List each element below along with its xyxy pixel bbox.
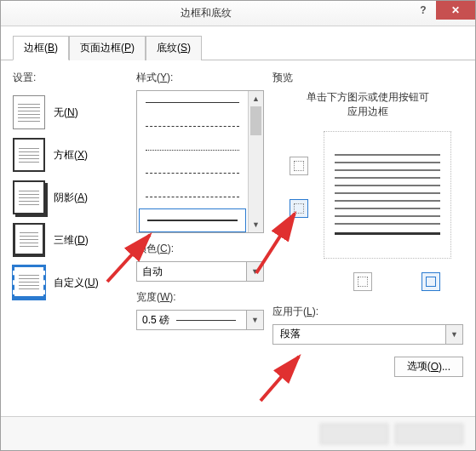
- scroll-up-icon[interactable]: ▲: [249, 91, 263, 106]
- window-title: 边框和底纹: [1, 6, 410, 20]
- preview-document[interactable]: [324, 131, 451, 259]
- width-combo[interactable]: 0.5 磅 ▼: [136, 310, 264, 330]
- settings-label: 设置:: [13, 71, 128, 85]
- edge-right-button[interactable]: [422, 272, 440, 291]
- style-label: 样式(Y):: [136, 71, 264, 85]
- settings-list: 无(N) 方框(X) 阴影(A) 三维(D) 自定义(U): [13, 90, 128, 300]
- dialog-window: 边框和底纹 ? ✕ 边框(B) 页面边框(P) 底纹(S) 设置: 无(N) 方…: [0, 0, 476, 451]
- style-item[interactable]: [137, 91, 248, 115]
- width-value: 0.5 磅: [142, 313, 169, 328]
- settings-column: 设置: 无(N) 方框(X) 阴影(A) 三维(D): [13, 71, 128, 408]
- setting-custom[interactable]: 自定义(U): [13, 265, 128, 300]
- setting-none[interactable]: 无(N): [13, 95, 128, 129]
- preview-area: [272, 131, 463, 301]
- setting-shadow[interactable]: 阴影(A): [13, 180, 128, 214]
- apply-label: 应用于(L):: [272, 305, 463, 319]
- style-column: 样式(Y): ▲ ▼ 颜色(C):: [136, 71, 264, 408]
- style-listbox[interactable]: ▲ ▼: [136, 90, 264, 233]
- dialog-body: 设置: 无(N) 方框(X) 阴影(A) 三维(D): [1, 60, 475, 418]
- style-item[interactable]: [137, 186, 248, 209]
- edge-bottom-button[interactable]: [290, 199, 308, 218]
- style-scrollbar[interactable]: ▲ ▼: [248, 91, 263, 232]
- ok-button[interactable]: [320, 424, 388, 444]
- chevron-down-icon[interactable]: ▼: [445, 325, 462, 344]
- tab-shading[interactable]: 底纹(S): [146, 36, 202, 60]
- setting-box[interactable]: 方框(X): [13, 138, 128, 172]
- width-label: 宽度(W):: [136, 290, 264, 305]
- edge-top-button[interactable]: [290, 157, 308, 175]
- edge-left-button[interactable]: [353, 272, 372, 291]
- style-item-selected[interactable]: [139, 208, 246, 232]
- color-label: 颜色(C):: [136, 242, 264, 256]
- dialog-footer: [1, 416, 475, 450]
- scroll-down-icon[interactable]: ▼: [249, 217, 263, 232]
- preview-label: 预览: [272, 71, 463, 85]
- width-preview-line: [176, 320, 236, 321]
- style-item[interactable]: [137, 138, 248, 162]
- help-button[interactable]: ?: [410, 1, 436, 20]
- style-item[interactable]: [137, 162, 248, 186]
- style-item[interactable]: [137, 115, 248, 139]
- tab-strip: 边框(B) 页面边框(P) 底纹(S): [1, 26, 475, 60]
- color-combo[interactable]: 自动 ▼: [136, 261, 264, 282]
- titlebar: 边框和底纹 ? ✕: [1, 1, 475, 26]
- scroll-thumb[interactable]: [250, 106, 261, 135]
- window-controls: ? ✕: [410, 1, 475, 20]
- color-value: 自动: [137, 265, 246, 279]
- setting-3d[interactable]: 三维(D): [13, 223, 128, 257]
- close-button[interactable]: ✕: [436, 1, 475, 20]
- apply-select[interactable]: 段落 ▼: [272, 324, 463, 345]
- apply-value: 段落: [273, 327, 445, 341]
- preview-hint: 单击下方图示或使用按钮可 应用边框: [272, 90, 463, 119]
- chevron-down-icon[interactable]: ▼: [246, 311, 263, 329]
- options-button[interactable]: 选项(O)...: [394, 357, 463, 377]
- cancel-button[interactable]: [395, 424, 463, 444]
- tab-page-border[interactable]: 页面边框(P): [69, 36, 146, 60]
- preview-column: 预览 单击下方图示或使用按钮可 应用边框 应用于(L):: [272, 71, 463, 408]
- chevron-down-icon[interactable]: ▼: [246, 262, 263, 281]
- tab-border[interactable]: 边框(B): [13, 36, 69, 60]
